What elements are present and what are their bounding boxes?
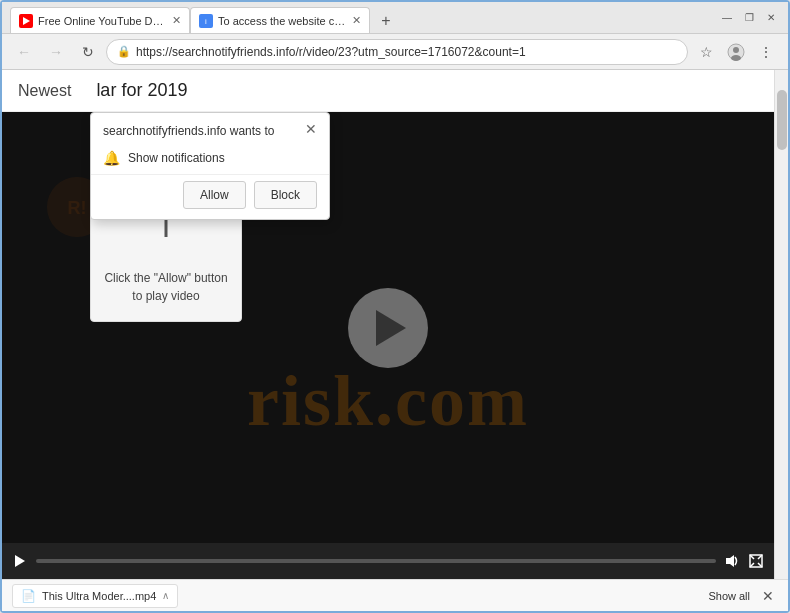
minimize-button[interactable]: —: [718, 9, 736, 27]
tab-2[interactable]: i To access the website click the '... ✕: [190, 7, 370, 33]
page-content: Newest lar for 2019 R! risk.com: [2, 70, 774, 579]
arrow-card-text: Click the "Allow" buttonto play video: [104, 269, 227, 305]
download-filename: This Ultra Moder....mp4: [42, 590, 156, 602]
allow-button[interactable]: Allow: [183, 181, 246, 209]
scrollbar[interactable]: [774, 70, 788, 579]
svg-point-3: [733, 47, 739, 53]
notification-popup: searchnotifyfriends.info wants to ✕ 🔔 Sh…: [90, 112, 330, 220]
new-tab-button[interactable]: +: [374, 9, 398, 33]
page-header: Newest lar for 2019: [2, 70, 774, 112]
play-button[interactable]: [348, 288, 428, 368]
watermark-text: risk.com: [247, 360, 529, 443]
refresh-button[interactable]: ↻: [74, 38, 102, 66]
nav-right-controls: ☆ ⋮: [692, 38, 780, 66]
tab-2-favicon: i: [199, 14, 213, 28]
video-right-controls: [724, 553, 764, 569]
video-play-icon: [12, 553, 28, 569]
tab-area: Free Online YouTube Downloade... ✕ i To …: [10, 2, 710, 33]
restore-button[interactable]: ❐: [740, 9, 758, 27]
video-progress-bar[interactable]: [36, 559, 716, 563]
forward-button[interactable]: →: [42, 38, 70, 66]
tab-2-close[interactable]: ✕: [352, 14, 361, 27]
notification-label: Show notifications: [128, 151, 225, 165]
play-triangle-icon: [376, 310, 406, 346]
popup-close-button[interactable]: ✕: [305, 121, 317, 137]
page-title-partial: lar for 2019: [96, 80, 187, 100]
bell-icon: 🔔: [103, 150, 120, 166]
svg-point-4: [731, 55, 741, 61]
menu-button[interactable]: ⋮: [752, 38, 780, 66]
nav-bar: ← → ↻ 🔒 https://searchnotifyfriends.info…: [2, 34, 788, 70]
volume-icon: [724, 553, 740, 569]
content-area: Newest lar for 2019 R! risk.com: [2, 70, 788, 579]
block-button[interactable]: Block: [254, 181, 317, 209]
browser-window: Free Online YouTube Downloade... ✕ i To …: [0, 0, 790, 613]
video-volume-button[interactable]: [724, 553, 740, 569]
lock-icon: 🔒: [117, 45, 131, 58]
popup-notification-row: 🔔 Show notifications: [91, 146, 329, 174]
profile-button[interactable]: [722, 38, 750, 66]
download-file-icon: 📄: [21, 589, 36, 603]
address-bar[interactable]: 🔒 https://searchnotifyfriends.info/r/vid…: [106, 39, 688, 65]
download-item: 📄 This Ultra Moder....mp4 ∧: [12, 584, 178, 608]
show-all-button[interactable]: Show all: [708, 590, 750, 602]
tab-2-label: To access the website click the '...: [218, 15, 347, 27]
svg-text:i: i: [205, 17, 207, 26]
url-text: https://searchnotifyfriends.info/r/video…: [136, 45, 677, 59]
bookmark-button[interactable]: ☆: [692, 38, 720, 66]
svg-text:R!: R!: [68, 198, 87, 218]
tab-1-favicon: [19, 14, 33, 28]
svg-marker-9: [726, 555, 734, 567]
video-container: R! risk.com searchnotifyfriends.info wan…: [2, 112, 774, 543]
window-controls: — ❐ ✕: [718, 9, 780, 27]
video-fullscreen-button[interactable]: [748, 553, 764, 569]
title-bar: Free Online YouTube Downloade... ✕ i To …: [2, 2, 788, 34]
popup-buttons: Allow Block: [91, 174, 329, 219]
tab-1[interactable]: Free Online YouTube Downloade... ✕: [10, 7, 190, 33]
video-play-button[interactable]: [12, 553, 28, 569]
fullscreen-icon: [748, 553, 764, 569]
newest-label: Newest: [18, 82, 71, 99]
profile-icon: [727, 43, 745, 61]
scroll-thumb[interactable]: [777, 90, 787, 150]
download-chevron-icon[interactable]: ∧: [162, 590, 169, 601]
bottom-bar-close-button[interactable]: ✕: [758, 586, 778, 606]
back-button[interactable]: ←: [10, 38, 38, 66]
video-controls: [2, 543, 774, 579]
close-button[interactable]: ✕: [762, 9, 780, 27]
svg-marker-8: [15, 555, 25, 567]
tab-1-label: Free Online YouTube Downloade...: [38, 15, 167, 27]
popup-title: searchnotifyfriends.info wants to: [103, 123, 297, 140]
tab-1-close[interactable]: ✕: [172, 14, 181, 27]
bottom-bar: 📄 This Ultra Moder....mp4 ∧ Show all ✕: [2, 579, 788, 611]
popup-header: searchnotifyfriends.info wants to ✕: [91, 113, 329, 146]
